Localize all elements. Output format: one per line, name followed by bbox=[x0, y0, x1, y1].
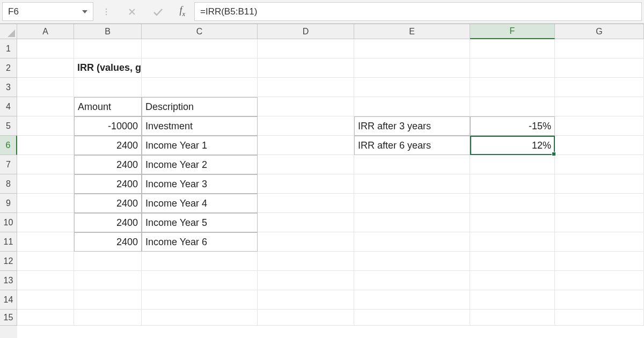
formula-input[interactable]: =IRR(B5:B11) bbox=[194, 2, 642, 21]
cell-A5[interactable] bbox=[17, 116, 74, 136]
row-header-6[interactable]: 6 bbox=[0, 136, 17, 155]
cell-B6[interactable]: 2400 bbox=[74, 136, 142, 155]
enter-icon[interactable] bbox=[145, 0, 171, 23]
cell-E7[interactable] bbox=[354, 155, 470, 174]
cell-E15[interactable] bbox=[354, 310, 470, 326]
cell-F12[interactable] bbox=[470, 252, 555, 271]
cell-E14[interactable] bbox=[354, 290, 470, 310]
cell-E4[interactable] bbox=[354, 97, 470, 116]
cell-F11[interactable] bbox=[470, 232, 555, 252]
cell-A15[interactable] bbox=[17, 310, 74, 326]
cell-F7[interactable] bbox=[470, 155, 555, 174]
cell-D4[interactable] bbox=[258, 97, 354, 116]
row-header-3[interactable]: 3 bbox=[0, 78, 17, 97]
col-header-E[interactable]: E bbox=[354, 24, 470, 39]
fx-icon[interactable]: fx bbox=[171, 0, 194, 23]
col-header-F[interactable]: F bbox=[470, 24, 555, 39]
cell-D11[interactable] bbox=[258, 232, 354, 252]
cell-B4[interactable]: Amount bbox=[74, 97, 142, 116]
cell-A9[interactable] bbox=[17, 194, 74, 213]
select-all-corner[interactable] bbox=[0, 24, 17, 39]
col-header-A[interactable]: A bbox=[17, 24, 74, 39]
cell-F14[interactable] bbox=[470, 290, 555, 310]
cell-G9[interactable] bbox=[555, 194, 644, 213]
cell-B11[interactable]: 2400 bbox=[74, 232, 142, 252]
cell-E13[interactable] bbox=[354, 271, 470, 290]
cell-A1[interactable] bbox=[17, 39, 74, 58]
cell-F3[interactable] bbox=[470, 78, 555, 97]
cell-C11[interactable]: Income Year 6 bbox=[142, 232, 258, 252]
cell-G1[interactable] bbox=[555, 39, 644, 58]
cell-G5[interactable] bbox=[555, 116, 644, 136]
cell-A14[interactable] bbox=[17, 290, 74, 310]
cell-C5[interactable]: Investment bbox=[142, 116, 258, 136]
cell-D1[interactable] bbox=[258, 39, 354, 58]
cell-G11[interactable] bbox=[555, 232, 644, 252]
cell-B10[interactable]: 2400 bbox=[74, 213, 142, 232]
col-header-B[interactable]: B bbox=[74, 24, 142, 39]
cell-C1[interactable] bbox=[142, 39, 258, 58]
cell-A12[interactable] bbox=[17, 252, 74, 271]
cell-A6[interactable] bbox=[17, 136, 74, 155]
cell-D8[interactable] bbox=[258, 174, 354, 194]
row-header-8[interactable]: 8 bbox=[0, 174, 17, 194]
cell-F4[interactable] bbox=[470, 97, 555, 116]
cell-E10[interactable] bbox=[354, 213, 470, 232]
cell-A4[interactable] bbox=[17, 97, 74, 116]
cell-E2[interactable] bbox=[354, 58, 470, 78]
cell-E12[interactable] bbox=[354, 252, 470, 271]
row-header-11[interactable]: 11 bbox=[0, 232, 17, 252]
cell-B1[interactable] bbox=[74, 39, 142, 58]
cell-C8[interactable]: Income Year 3 bbox=[142, 174, 258, 194]
cell-B12[interactable] bbox=[74, 252, 142, 271]
cell-F15[interactable] bbox=[470, 310, 555, 326]
row-header-5[interactable]: 5 bbox=[0, 116, 17, 136]
cell-C14[interactable] bbox=[142, 290, 258, 310]
cell-D13[interactable] bbox=[258, 271, 354, 290]
cell-E1[interactable] bbox=[354, 39, 470, 58]
row-header-2[interactable]: 2 bbox=[0, 58, 17, 78]
cell-B5[interactable]: -10000 bbox=[74, 116, 142, 136]
cell-C10[interactable]: Income Year 5 bbox=[142, 213, 258, 232]
cell-F13[interactable] bbox=[470, 271, 555, 290]
cell-A8[interactable] bbox=[17, 174, 74, 194]
cell-G4[interactable] bbox=[555, 97, 644, 116]
cell-G7[interactable] bbox=[555, 155, 644, 174]
cell-G13[interactable] bbox=[555, 271, 644, 290]
cell-E6[interactable]: IRR after 6 years bbox=[354, 136, 470, 155]
cell-B13[interactable] bbox=[74, 271, 142, 290]
cell-G6[interactable] bbox=[555, 136, 644, 155]
col-header-C[interactable]: C bbox=[142, 24, 258, 39]
cell-G2[interactable] bbox=[555, 58, 644, 78]
cell-D7[interactable] bbox=[258, 155, 354, 174]
row-header-7[interactable]: 7 bbox=[0, 155, 17, 174]
cell-G10[interactable] bbox=[555, 213, 644, 232]
row-header-13[interactable]: 13 bbox=[0, 271, 17, 290]
cell-G12[interactable] bbox=[555, 252, 644, 271]
cell-D9[interactable] bbox=[258, 194, 354, 213]
row-header-4[interactable]: 4 bbox=[0, 97, 17, 116]
cell-C15[interactable] bbox=[142, 310, 258, 326]
cell-G8[interactable] bbox=[555, 174, 644, 194]
row-header-14[interactable]: 14 bbox=[0, 290, 17, 310]
cell-E9[interactable] bbox=[354, 194, 470, 213]
cell-E3[interactable] bbox=[354, 78, 470, 97]
cell-D10[interactable] bbox=[258, 213, 354, 232]
cell-B8[interactable]: 2400 bbox=[74, 174, 142, 194]
cell-A7[interactable] bbox=[17, 155, 74, 174]
cell-D14[interactable] bbox=[258, 290, 354, 310]
cell-D6[interactable] bbox=[258, 136, 354, 155]
cell-A10[interactable] bbox=[17, 213, 74, 232]
cell-F1[interactable] bbox=[470, 39, 555, 58]
cell-D2[interactable] bbox=[258, 58, 354, 78]
row-header-12[interactable]: 12 bbox=[0, 252, 17, 271]
cell-C13[interactable] bbox=[142, 271, 258, 290]
cell-B15[interactable] bbox=[74, 310, 142, 326]
cell-B9[interactable]: 2400 bbox=[74, 194, 142, 213]
cell-B3[interactable] bbox=[74, 78, 142, 97]
cell-F8[interactable] bbox=[470, 174, 555, 194]
row-header-10[interactable]: 10 bbox=[0, 213, 17, 232]
row-header-9[interactable]: 9 bbox=[0, 194, 17, 213]
cell-G3[interactable] bbox=[555, 78, 644, 97]
col-header-G[interactable]: G bbox=[555, 24, 644, 39]
